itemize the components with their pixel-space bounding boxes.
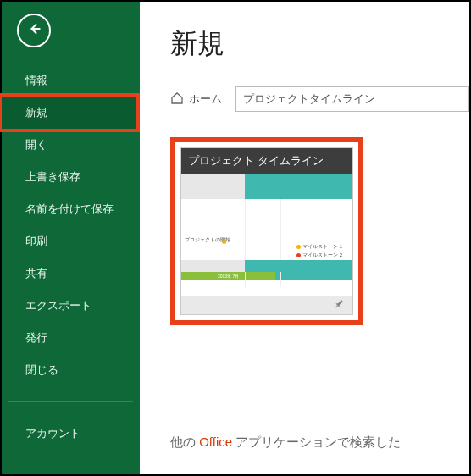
nav-item-export[interactable]: エクスポート [2,290,140,322]
axis-month-label: 2013年 7月 [181,272,275,280]
milestone-1-label: マイルストーン 1 [296,243,342,251]
nav-item-save[interactable]: 上書き保存 [2,161,140,193]
nav-label: 発行 [25,331,47,344]
pin-icon[interactable] [334,297,346,313]
nav-label: アカウント [25,427,80,440]
chart-axis [181,260,352,272]
nav-item-open[interactable]: 開く [2,129,140,161]
template-card-project-timeline[interactable]: プロジェクト タイムライン プロジェクトの開始 マイルストーン 1 マイルストー… [170,137,363,325]
backstage-sidebar: 情報 新規 開く 上書き保存 名前を付けて保存 印刷 共有 エクスポート 発行 … [2,2,140,474]
chart-footer-band: 2013年 7月 [181,272,352,280]
arrow-left-icon [25,20,42,41]
search-other-apps-link[interactable]: 他の Office アプリケーションで検索した [170,434,401,451]
home-icon [170,91,184,108]
nav-item-print[interactable]: 印刷 [2,225,140,257]
nav-item-publish[interactable]: 発行 [2,322,140,354]
nav-item-new[interactable]: 新規 [0,93,140,132]
template-preview: プロジェクト タイムライン プロジェクトの開始 マイルストーン 1 マイルストー… [180,147,353,315]
nav-label: 印刷 [25,235,47,247]
timeline-chart: プロジェクトの開始 マイルストーン 1 マイルストーン 2 マイルストーン 20… [181,174,352,296]
template-search-input[interactable] [236,86,469,112]
search-row: ホーム [170,86,469,112]
footer-prefix: 他の [170,434,199,449]
nav-label: 名前を付けて保存 [25,202,114,215]
template-title: プロジェクト タイムライン [181,148,352,174]
nav-label: 開く [25,138,47,151]
chart-body: プロジェクトの開始 マイルストーン 1 マイルストーン 2 マイルストーン [181,199,352,260]
separator [8,401,133,402]
page-title: 新規 [170,25,469,63]
nav-label: エクスポート [25,299,91,312]
nav-label: 共有 [25,267,47,280]
nav-item-info[interactable]: 情報 [2,64,140,97]
nav-label: 新規 [25,106,47,119]
nav-label: 閉じる [25,363,58,376]
nav-label: 情報 [25,74,47,86]
home-label: ホーム [189,91,222,107]
back-button[interactable] [17,14,51,47]
footer-suffix: アプリケーションで検索した [232,434,401,449]
nav-item-close[interactable]: 閉じる [2,354,140,386]
chart-band-top [181,174,352,199]
home-breadcrumb[interactable]: ホーム [170,91,222,108]
template-card-footer [181,296,352,314]
milestone-2-label: マイルストーン 2 [296,252,342,259]
main-panel: 新規 ホーム プロジェクト タイムライン [140,2,469,474]
nav-item-saveas[interactable]: 名前を付けて保存 [2,193,140,225]
app-window: 情報 新規 開く 上書き保存 名前を付けて保存 印刷 共有 エクスポート 発行 … [0,0,471,476]
nav-item-account[interactable]: アカウント [2,418,140,450]
nav-label: 上書き保存 [25,170,80,183]
footer-office: Office [199,434,232,449]
nav-item-share[interactable]: 共有 [2,257,140,290]
